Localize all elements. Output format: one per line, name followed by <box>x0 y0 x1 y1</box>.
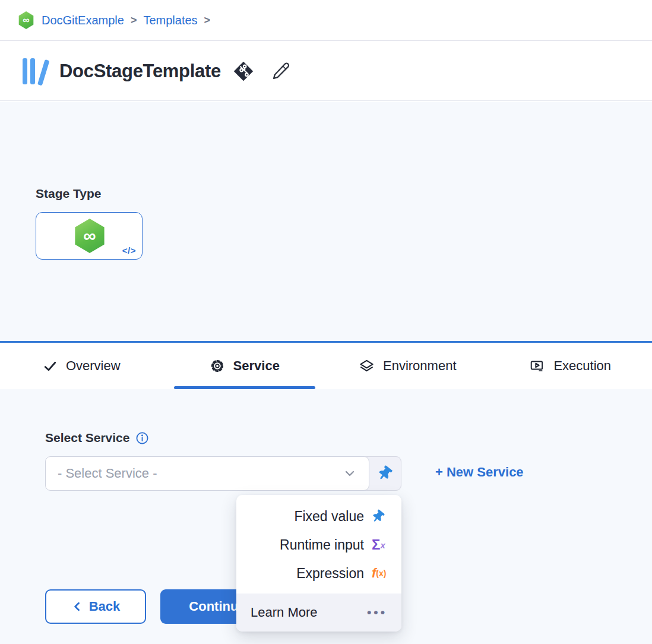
stage-type-card[interactable]: ∞ </> <box>36 212 143 260</box>
menu-item-runtime-input[interactable]: Runtime input Σx <box>236 531 401 559</box>
multi-type-selector-popup: Fixed value Runtime input Σx Expression … <box>236 495 401 632</box>
tab-label: Environment <box>383 358 457 374</box>
back-button-label: Back <box>89 599 121 614</box>
template-editor-page: ∞ DocGitExample > Templates > DocStageTe… <box>0 0 652 644</box>
tab-overview[interactable]: Overview <box>0 343 163 389</box>
template-library-icon <box>21 58 49 85</box>
select-service-label: Select Service <box>45 431 129 445</box>
tab-bar: Overview Service Environment <box>0 343 652 389</box>
menu-item-fixed-value[interactable]: Fixed value <box>236 502 401 531</box>
breadcrumb-item-project[interactable]: DocGitExample <box>42 14 124 27</box>
project-hexagon-icon: ∞ <box>18 11 34 29</box>
select-service-dropdown[interactable]: - Select Service - <box>45 456 369 491</box>
infinity-glyph: ∞ <box>23 15 29 26</box>
ellipsis-icon: ••• <box>367 605 387 620</box>
stage-type-section: Stage Type ∞ </> <box>0 102 652 342</box>
code-icon: </> <box>122 245 136 255</box>
breadcrumb-item-templates[interactable]: Templates <box>143 14 197 27</box>
pin-icon <box>372 510 390 523</box>
new-service-link[interactable]: + New Service <box>435 465 524 480</box>
tab-service[interactable]: Service <box>163 343 327 389</box>
play-box-icon <box>530 358 545 374</box>
stage-type-label: Stage Type <box>36 187 101 201</box>
page-title: DocStageTemplate <box>59 61 221 82</box>
menu-item-expression[interactable]: Expression f(x) <box>236 559 401 588</box>
menu-item-label: Runtime input <box>280 537 364 553</box>
page-header: DocStageTemplate <box>0 42 652 101</box>
learn-more-row[interactable]: Learn More ••• <box>236 594 401 632</box>
sigma-x-icon: Σx <box>372 536 390 553</box>
chevron-left-icon <box>71 601 83 613</box>
pin-icon <box>375 463 395 484</box>
chevron-down-icon <box>343 466 357 481</box>
edit-pencil-icon[interactable] <box>271 61 291 81</box>
f-of-x-icon: f(x) <box>372 566 390 581</box>
back-button[interactable]: Back <box>45 589 146 624</box>
learn-more-label: Learn More <box>251 605 318 620</box>
menu-item-label: Fixed value <box>294 509 364 525</box>
deploy-stage-hexagon-icon: ∞ <box>73 219 106 253</box>
tab-environment[interactable]: Environment <box>326 343 489 389</box>
tab-label: Overview <box>66 358 121 374</box>
layers-icon <box>359 358 375 374</box>
breadcrumb: ∞ DocGitExample > Templates > <box>0 0 652 41</box>
tab-label: Service <box>233 358 280 374</box>
breadcrumb-separator: > <box>204 14 211 27</box>
breadcrumb-separator: > <box>131 14 137 27</box>
select-service-placeholder: - Select Service - <box>58 466 343 481</box>
git-diamond-badge-icon <box>233 61 254 82</box>
check-icon <box>43 359 58 374</box>
gear-icon <box>210 358 225 374</box>
info-icon[interactable] <box>135 431 149 445</box>
tab-execution[interactable]: Execution <box>489 343 652 389</box>
infinity-glyph: ∞ <box>83 226 96 246</box>
menu-item-label: Expression <box>296 566 364 582</box>
tab-label: Execution <box>553 358 611 374</box>
service-tab-content: Select Service - Select Service - + New … <box>0 389 652 644</box>
